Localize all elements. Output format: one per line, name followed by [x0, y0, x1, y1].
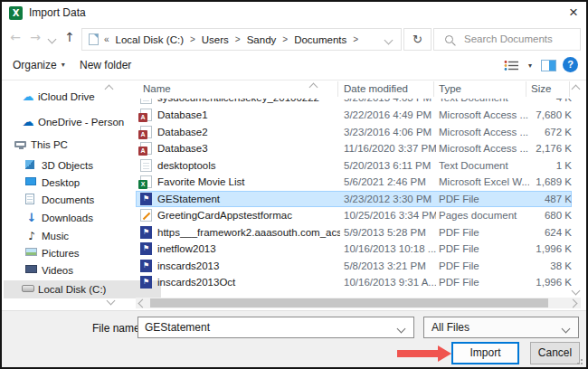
- file-row-clipped[interactable]: sysdocumentlicensekey_20100222 5/20/2013…: [136, 99, 572, 106]
- view-caret-icon[interactable]: ▾: [528, 62, 532, 70]
- breadcrumb-item-local-disk[interactable]: Local Disk (C:): [116, 34, 184, 45]
- import-data-dialog: X Import Data × ← → ↑ « Local Disk (C:) …: [0, 0, 588, 369]
- forward-icon[interactable]: →: [27, 30, 43, 44]
- breadcrumb-item-users[interactable]: Users: [202, 34, 229, 45]
- file-row[interactable]: GreetingCardAppstestformac 10/25/2016 3:…: [136, 207, 572, 223]
- sidebar-item-this-pc[interactable]: This PC: [4, 136, 154, 154]
- list-view-icon[interactable]: [504, 60, 519, 71]
- cloud-icon: ☁: [22, 116, 34, 128]
- pdf-flag: ⚑: [140, 226, 152, 239]
- cancel-button[interactable]: Cancel: [530, 342, 580, 364]
- file-date: 3/23/2012 3:30 PM: [344, 191, 436, 207]
- file-row[interactable]: ⚑ inetflow2013 10/16/2013 10:18 ... PDF …: [136, 241, 572, 257]
- file-row[interactable]: X Favorite Movie List 5/6/2021 2:46 PM M…: [136, 174, 572, 190]
- file-size: 487 K: [516, 191, 572, 207]
- breadcrumb-item-sandy[interactable]: Sandy: [247, 34, 277, 45]
- refresh-button[interactable]: ↻: [403, 28, 432, 51]
- pdf-file-icon: ⚑: [140, 242, 152, 255]
- excel-file-icon: X: [140, 175, 152, 188]
- search-box[interactable]: Search Documents: [433, 28, 581, 51]
- file-size: 4 K: [516, 99, 572, 106]
- file-size: 38 K: [516, 258, 572, 274]
- address-dropdown-chevron-icon[interactable]: [384, 36, 394, 45]
- navigation-pane: ☁iCloud Drive ☁OneDrive - Person This PC…: [4, 80, 132, 309]
- breadcrumb-item-documents[interactable]: Documents: [294, 34, 346, 45]
- file-row[interactable]: A Database3 11/16/2020 3:37 PM Microsoft…: [136, 140, 572, 156]
- file-row[interactable]: A Database1 3/22/2016 4:49 PM Microsoft …: [136, 107, 572, 123]
- dialog-title: Import Data: [29, 6, 86, 19]
- hard-disk-icon: [22, 285, 34, 292]
- scrollbar-thumb[interactable]: [150, 298, 548, 308]
- preview-pane-icon[interactable]: [541, 60, 556, 71]
- file-row[interactable]: A Database2 3/23/2016 4:06 PM Microsoft …: [136, 124, 572, 140]
- up-icon[interactable]: ↑: [62, 30, 78, 44]
- sidebar-item-label: Documents: [42, 194, 94, 205]
- access-letter: A: [138, 113, 147, 122]
- access-letter: A: [138, 147, 147, 156]
- file-date: 5/9/2013 5:28 PM: [344, 224, 436, 241]
- column-header-type[interactable]: Type: [439, 83, 461, 94]
- organize-button[interactable]: Organize▾: [13, 59, 65, 71]
- sidebar-item-label: Pictures: [42, 248, 80, 259]
- file-size: 1 K: [516, 157, 572, 174]
- sidebar-item-label: Local Disk (C:): [38, 284, 106, 295]
- access-letter: A: [138, 130, 147, 139]
- search-icon: [445, 35, 453, 43]
- back-icon[interactable]: ←: [7, 30, 24, 44]
- file-row[interactable]: ⚑ inscards2013 5/8/2013 3:21 PM PDF File…: [136, 258, 572, 274]
- pdf-flag: ⚑: [140, 242, 152, 255]
- file-row-selected[interactable]: ⚑ GEStatement 3/23/2012 3:30 PM PDF File…: [136, 191, 572, 207]
- breadcrumb-prefix: «: [104, 34, 109, 44]
- recent-locations-chevron-icon[interactable]: [48, 35, 57, 44]
- pdf-flag: ⚑: [140, 276, 152, 289]
- list-scroll-down-icon[interactable]: [572, 287, 581, 296]
- pdf-file-icon: ⚑: [140, 260, 152, 272]
- sidebar-item-label: Videos: [42, 265, 73, 276]
- text-file-icon: [140, 159, 152, 172]
- cube-icon: [25, 160, 34, 169]
- file-name-input[interactable]: GEStatement: [138, 317, 414, 338]
- file-row[interactable]: desktoptools 5/20/2013 6:11 PM Text Docu…: [136, 157, 572, 174]
- file-size: 1,996 K: [516, 274, 572, 290]
- file-name-dropdown-chevron-icon[interactable]: [397, 325, 406, 334]
- file-size: 680 K: [516, 207, 572, 223]
- column-divider: [433, 81, 434, 97]
- file-name: GEStatement: [157, 191, 340, 207]
- resize-grip[interactable]: [574, 355, 583, 364]
- new-folder-button[interactable]: New folder: [80, 59, 131, 71]
- file-size: 1,689 K: [516, 174, 572, 190]
- organize-label: Organize: [13, 59, 57, 71]
- list-scroll-up-icon[interactable]: [572, 85, 581, 94]
- scroll-left-icon[interactable]: [138, 299, 147, 308]
- close-icon[interactable]: ×: [561, 2, 586, 24]
- pages-file-icon: [140, 209, 152, 222]
- document-icon: [25, 194, 34, 204]
- file-name: inscards2013Oct: [157, 274, 340, 290]
- column-divider: [526, 81, 526, 97]
- horizontal-scrollbar[interactable]: [136, 298, 581, 308]
- breadcrumb-separator: >: [235, 34, 241, 44]
- scroll-right-icon[interactable]: [569, 299, 578, 308]
- file-date: 5/8/2013 3:21 PM: [344, 258, 436, 274]
- sidebar-item-label: Music: [42, 231, 69, 241]
- folder-document-icon: [89, 33, 99, 45]
- breadcrumb-separator: >: [353, 34, 358, 44]
- dialog-footer: File name: GEStatement All Files Import …: [2, 310, 586, 368]
- desktop-icon: [25, 177, 36, 185]
- file-type-select[interactable]: All Files: [423, 317, 579, 338]
- column-divider: [337, 81, 338, 97]
- column-header-date-modified[interactable]: Date modified: [344, 83, 408, 94]
- address-bar[interactable]: « Local Disk (C:) > Users > Sandy > Docu…: [81, 28, 402, 51]
- file-date: 11/16/2020 3:37 PM: [344, 140, 436, 156]
- sidebar-item-label: Desktop: [42, 177, 80, 188]
- file-date: 5/20/2013 6:11 PM: [344, 157, 436, 174]
- file-row[interactable]: ⚑ inscards2013Oct 10/16/2013 9:31 A... P…: [136, 274, 572, 290]
- file-row[interactable]: ⚑ https___framework2.aaasouth.com_acs.fr…: [136, 224, 572, 241]
- column-header-name[interactable]: Name: [143, 83, 171, 94]
- cloud-icon: ☁: [22, 90, 34, 103]
- help-button[interactable]: ?: [563, 57, 578, 72]
- annotation-arrow-icon: [397, 350, 438, 357]
- file-type-dropdown-chevron-icon[interactable]: [562, 325, 571, 334]
- import-button[interactable]: Import: [451, 342, 519, 364]
- column-header-size[interactable]: Size: [531, 83, 551, 94]
